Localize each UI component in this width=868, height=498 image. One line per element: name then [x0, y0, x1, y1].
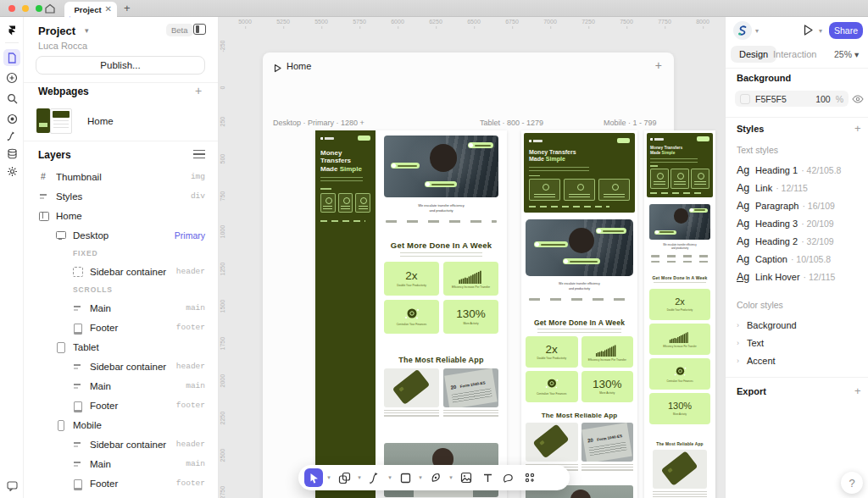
avatar[interactable]: [733, 21, 752, 40]
eye-icon[interactable]: [852, 93, 864, 105]
share-button[interactable]: Share: [829, 22, 863, 39]
artboard-desktop[interactable]: Money TransfersMade Simple: [315, 130, 507, 498]
layer-row[interactable]: Home: [24, 206, 219, 225]
tab-interaction[interactable]: Interaction: [773, 49, 816, 59]
text-style-item[interactable]: Ag Link · 12/115: [726, 179, 868, 196]
canvas[interactable]: 5000525055005750600062506500675070007250…: [219, 17, 725, 498]
page-card[interactable]: Home + Desktop · Primary · 1280 + Tablet…: [263, 53, 674, 498]
help-button[interactable]: ?: [841, 472, 863, 494]
layer-row[interactable]: Mobile: [24, 415, 219, 434]
shape-tool[interactable]: [396, 468, 415, 487]
breakpoint-label-desktop[interactable]: Desktop · Primary · 1280 +: [273, 119, 364, 127]
layer-row[interactable]: Sidebar container header: [24, 357, 219, 376]
canvas-toolbar: ▾ ▾ ▾ ▾ ▾: [298, 465, 570, 490]
new-tab-button[interactable]: +: [124, 2, 131, 14]
project-title[interactable]: Project: [38, 25, 75, 37]
minimize-window-button[interactable]: [22, 5, 29, 12]
artboard-mobile[interactable]: Money TransfersMade Simple We: [644, 130, 715, 498]
chevron-down-icon[interactable]: ▾: [387, 474, 393, 481]
toggle-panel-icon[interactable]: [193, 24, 206, 35]
image-tool[interactable]: [457, 468, 476, 487]
chevron-down-icon[interactable]: ▾: [356, 474, 363, 481]
background-hex[interactable]: F5F5F5: [755, 94, 810, 104]
chevron-down-icon[interactable]: ▾: [755, 27, 759, 35]
color-style-name: Background: [747, 320, 797, 330]
layers-sort-icon[interactable]: [193, 150, 205, 159]
comment-tool[interactable]: [499, 468, 518, 487]
artboard-tablet[interactable]: Money TransfersMade Simple: [521, 130, 637, 498]
close-icon[interactable]: ✕: [105, 5, 112, 14]
add-style-button[interactable]: +: [854, 122, 861, 135]
search-icon[interactable]: [3, 90, 20, 107]
color-style-item[interactable]: › Text: [726, 334, 868, 351]
breakpoint-label-mobile[interactable]: Mobile · 1 - 799: [604, 119, 657, 127]
chevron-down-icon[interactable]: ▾: [326, 474, 332, 481]
zoom-window-button[interactable]: [36, 5, 42, 12]
feedback-icon[interactable]: [3, 478, 20, 495]
layer-row[interactable]: Main main: [24, 376, 219, 396]
layer-row[interactable]: Sidebar container header: [24, 434, 219, 454]
chevron-right-icon[interactable]: ›: [737, 357, 739, 365]
page-thumbnail-desktop[interactable]: [50, 108, 72, 134]
zoom-control[interactable]: 25% ▾: [834, 49, 859, 59]
add-webpage-button[interactable]: +: [195, 84, 202, 97]
chevron-down-icon[interactable]: ▾: [417, 474, 424, 481]
chevron-right-icon[interactable]: ›: [737, 339, 739, 347]
stat-card-130: 130% More Activity: [443, 300, 498, 334]
interactions-tool[interactable]: [365, 468, 384, 487]
play-icon[interactable]: [273, 61, 282, 70]
layer-row[interactable]: Main main: [24, 454, 219, 473]
layer-label: Main: [90, 381, 186, 391]
tab-design[interactable]: Design: [731, 46, 776, 63]
add-export-button[interactable]: +: [854, 385, 861, 397]
pen-tool[interactable]: [426, 468, 445, 487]
sidebar-item-pages[interactable]: [3, 49, 20, 66]
webpage-item-home[interactable]: Home: [87, 116, 114, 126]
breakpoint-label-tablet[interactable]: Tablet · 800 - 1279: [480, 119, 543, 127]
page-title[interactable]: Home: [287, 61, 311, 71]
background-color-field[interactable]: F5F5F5 100 %: [735, 91, 849, 107]
layer-row[interactable]: Tablet: [24, 337, 219, 357]
text-tool[interactable]: [478, 468, 497, 487]
layer-row[interactable]: Desktop Primary: [24, 225, 219, 245]
layer-row[interactable]: Thumbnail img: [24, 167, 219, 186]
apps-tool[interactable]: [520, 468, 539, 487]
layer-row[interactable]: Styles div: [24, 186, 219, 206]
target-icon[interactable]: [3, 110, 20, 127]
layer-row[interactable]: Footer footer: [24, 318, 219, 337]
color-swatch[interactable]: [740, 94, 750, 104]
framer-logo-icon[interactable]: [3, 22, 20, 39]
chevron-right-icon[interactable]: ›: [737, 321, 739, 329]
insert-icon[interactable]: [3, 69, 20, 86]
tab-project[interactable]: Project ✕: [64, 2, 117, 17]
layer-row[interactable]: Footer footer: [24, 473, 219, 493]
text-style-item[interactable]: Ag Heading 3 · 20/109: [726, 214, 868, 232]
text-style-item[interactable]: Ag Paragraph · 16/109: [726, 196, 868, 214]
chevron-down-icon[interactable]: ▾: [819, 27, 822, 35]
layer-row[interactable]: Footer footer: [24, 396, 219, 415]
layer-row[interactable]: Sidebar container header: [24, 262, 219, 281]
background-opacity[interactable]: 100: [815, 94, 831, 104]
home-icon[interactable]: [44, 3, 56, 14]
text-style-item[interactable]: Ag Link Hover · 12/115: [726, 268, 868, 285]
frame-tool[interactable]: [335, 468, 353, 487]
cms-icon[interactable]: [3, 145, 20, 162]
close-window-button[interactable]: [8, 5, 15, 12]
color-style-item[interactable]: › Background: [726, 316, 868, 334]
settings-icon[interactable]: [3, 163, 20, 180]
text-style-item[interactable]: Ag Caption · 10/105.8: [726, 250, 868, 268]
select-tool[interactable]: [304, 468, 323, 487]
chevron-down-icon[interactable]: ▾: [85, 26, 89, 35]
preview-play-icon[interactable]: [802, 24, 815, 36]
layer-row[interactable]: SCROLLS: [24, 281, 219, 298]
publish-button[interactable]: Publish...: [36, 56, 205, 75]
color-style-item[interactable]: › Accent: [726, 351, 868, 369]
text-style-item[interactable]: Ag Heading 2 · 32/109: [726, 232, 868, 250]
add-breakpoint-button[interactable]: +: [655, 58, 662, 72]
interactions-icon[interactable]: [3, 127, 20, 144]
text-style-item[interactable]: Ag Heading 1 · 42/105.8: [726, 161, 868, 179]
layer-row[interactable]: Main main: [24, 298, 219, 318]
layer-row[interactable]: FIXED: [24, 245, 219, 262]
chevron-down-icon[interactable]: ▾: [448, 474, 454, 481]
page-thumbnail-mobile[interactable]: [36, 108, 50, 133]
